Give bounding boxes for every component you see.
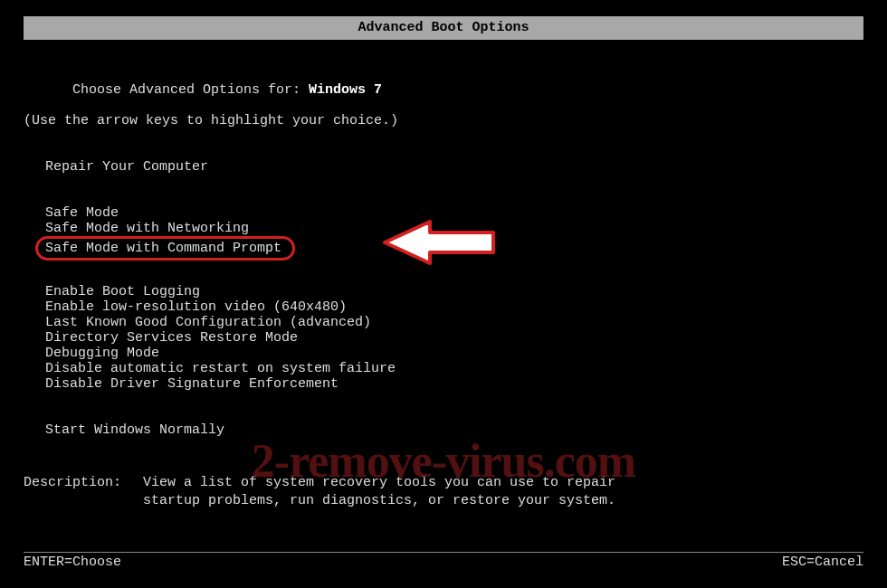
content-area: Choose Advanced Options for: Windows 7 (… [0,40,887,510]
choose-line: Choose Advanced Options for: Windows 7 [24,67,863,113]
menu-item-start-normal[interactable]: Start Windows Normally [45,422,863,438]
footer-esc: ESC=Cancel [782,555,863,570]
menu-item-dsrm[interactable]: Directory Services Restore Mode [45,330,863,346]
pointer-arrow-icon [380,216,498,269]
description-row: Description: View a list of system recov… [24,474,863,510]
menu-item-debug[interactable]: Debugging Mode [45,346,863,361]
title-bar: Advanced Boot Options [24,16,863,40]
title-text: Advanced Boot Options [358,20,529,35]
footer-bar: ENTER=Choose ESC=Cancel [24,552,863,570]
menu-item-disable-restart[interactable]: Disable automatic restart on system fail… [45,361,863,376]
menu-item-lkgc[interactable]: Last Known Good Configuration (advanced) [45,315,863,330]
menu-item-disable-sig[interactable]: Disable Driver Signature Enforcement [45,376,863,392]
highlight-ring: Safe Mode with Command Prompt [35,236,295,261]
boot-screen: Advanced Boot Options Choose Advanced Op… [0,0,887,588]
menu-item-lowres[interactable]: Enable low-resolution video (640x480) [45,299,863,315]
menu-item-repair[interactable]: Repair Your Computer [45,159,863,175]
menu-item-safe-mode-cmd[interactable]: Safe Mode with Command Prompt [45,241,281,256]
description-label: Description: [24,474,143,510]
hint-line: (Use the arrow keys to highlight your ch… [24,113,863,128]
safe-mode-group: Safe Mode Safe Mode with Networking Safe… [24,205,863,261]
os-name: Windows 7 [309,82,382,98]
choose-prefix: Choose Advanced Options for: [72,82,309,98]
menu-item-boot-logging[interactable]: Enable Boot Logging [45,284,863,299]
advanced-group: Enable Boot Logging Enable low-resolutio… [24,284,863,392]
description-text: View a list of system recovery tools you… [143,474,650,510]
footer-enter: ENTER=Choose [24,555,121,570]
